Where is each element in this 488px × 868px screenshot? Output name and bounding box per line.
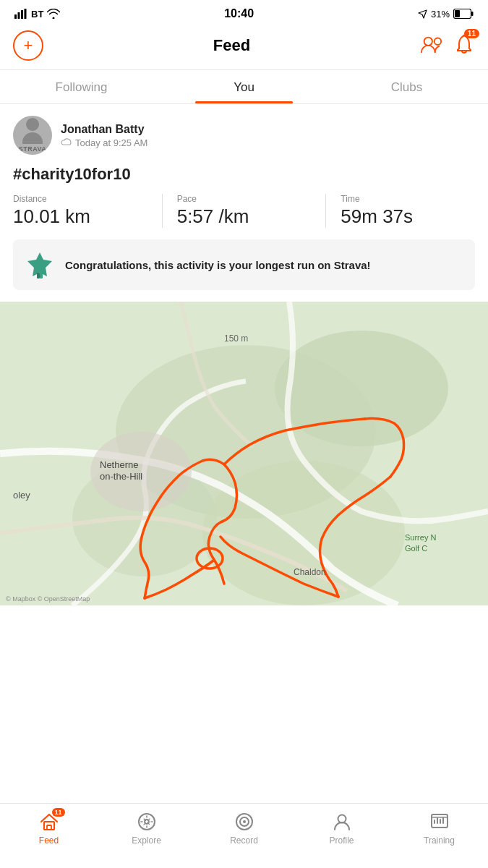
tab-following[interactable]: Following (0, 70, 163, 103)
stat-time: Time 59m 37s (341, 194, 475, 228)
header-left: + (13, 30, 43, 61)
svg-rect-1 (18, 12, 20, 19)
activity-time: Today at 9:25 AM (61, 137, 147, 148)
record-icon (234, 811, 255, 833)
activity-header: STRAVA Jonathan Batty Today at 9:25 AM (13, 116, 475, 155)
status-right: 31% (418, 9, 474, 20)
achievement-banner: Congratulations, this activity is your l… (13, 239, 475, 290)
nav-training[interactable]: Training (390, 811, 488, 846)
svg-text:Surrey N: Surrey N (405, 533, 436, 542)
page-title: Feed (213, 36, 250, 55)
svg-point-35 (338, 815, 346, 823)
stat-pace: Pace 5:57 /km (177, 194, 312, 228)
nav-record[interactable]: Record (195, 811, 293, 846)
training-icon (429, 811, 450, 833)
svg-rect-11 (37, 273, 40, 278)
carrier-label: BT (31, 9, 43, 20)
status-time: 10:40 (224, 7, 254, 20)
cloud-icon (61, 138, 72, 147)
svg-text:Netherne: Netherne (100, 459, 138, 470)
achievement-text: Congratulations, this activity is your l… (65, 258, 371, 273)
stat-distance-label: Distance (13, 194, 147, 204)
notifications-button[interactable]: 11 (453, 33, 475, 58)
achievement-icon (25, 250, 55, 280)
stat-pace-value: 5:57 /km (177, 205, 312, 228)
header-right: 11 (420, 33, 475, 58)
explore-icon (136, 811, 158, 833)
svg-text:150 m: 150 m (224, 333, 248, 344)
tab-you[interactable]: You (163, 70, 325, 103)
location-icon (418, 9, 427, 19)
battery-percent: 31% (431, 9, 450, 20)
tab-clubs[interactable]: Clubs (325, 70, 488, 103)
svg-rect-5 (455, 10, 460, 17)
bottom-nav: 11 Feed Explore Record (0, 803, 488, 868)
activity-timestamp: Today at 9:25 AM (75, 137, 147, 148)
stat-pace-label: Pace (177, 194, 312, 204)
svg-rect-2 (21, 10, 23, 19)
svg-marker-10 (27, 252, 52, 276)
feed-tabs: Following You Clubs (0, 70, 488, 104)
avatar: STRAVA (13, 116, 52, 155)
activity-meta: Jonathan Batty Today at 9:25 AM (61, 123, 147, 148)
svg-rect-0 (14, 14, 17, 19)
map-svg: 150 m Netherne on-the-Hill oley Chaldon … (0, 302, 488, 605)
svg-point-34 (243, 820, 246, 823)
svg-point-8 (435, 38, 441, 45)
friends-button[interactable] (420, 34, 443, 57)
svg-text:on-the-Hill: on-the-Hill (100, 471, 142, 482)
svg-point-7 (424, 38, 432, 46)
activity-card: STRAVA Jonathan Batty Today at 9:25 AM #… (0, 104, 488, 228)
battery-icon (453, 9, 474, 19)
status-bar: BT 10:40 31% (0, 0, 488, 25)
nav-explore[interactable]: Explore (98, 811, 195, 846)
svg-rect-6 (471, 12, 474, 16)
notification-badge: 11 (464, 29, 479, 38)
wifi-icon (47, 9, 60, 19)
svg-point-16 (275, 331, 448, 446)
nav-training-label: Training (424, 835, 455, 846)
map-container[interactable]: 150 m Netherne on-the-Hill oley Chaldon … (0, 302, 488, 605)
app-header: + Feed 11 (0, 25, 488, 70)
map-copyright: © Mapbox © OpenStreetMap (6, 595, 90, 603)
stat-time-label: Time (341, 194, 475, 204)
activity-title[interactable]: #charity10for10 (13, 165, 475, 184)
stat-time-value: 59m 37s (341, 205, 475, 228)
nav-profile-label: Profile (329, 835, 354, 846)
stats-row: Distance 10.01 km Pace 5:57 /km Time 59m… (13, 194, 475, 228)
svg-rect-12 (40, 273, 43, 278)
signal-icon (14, 9, 27, 19)
nav-feed[interactable]: 11 Feed (0, 811, 98, 846)
profile-icon (331, 811, 353, 833)
add-button[interactable]: + (13, 30, 43, 61)
nav-profile[interactable]: Profile (293, 811, 390, 846)
svg-rect-3 (25, 9, 27, 19)
user-name[interactable]: Jonathan Batty (61, 123, 147, 136)
nav-feed-label: Feed (39, 835, 59, 846)
svg-text:oley: oley (13, 490, 30, 501)
nav-explore-label: Explore (132, 835, 161, 846)
feed-badge: 11 (52, 808, 65, 817)
stat-distance-value: 10.01 km (13, 205, 147, 228)
svg-text:Chaldon: Chaldon (294, 567, 326, 577)
status-left: BT (14, 9, 60, 20)
stat-distance: Distance 10.01 km (13, 194, 147, 228)
svg-text:Golf C: Golf C (405, 544, 427, 553)
nav-record-label: Record (230, 835, 258, 846)
